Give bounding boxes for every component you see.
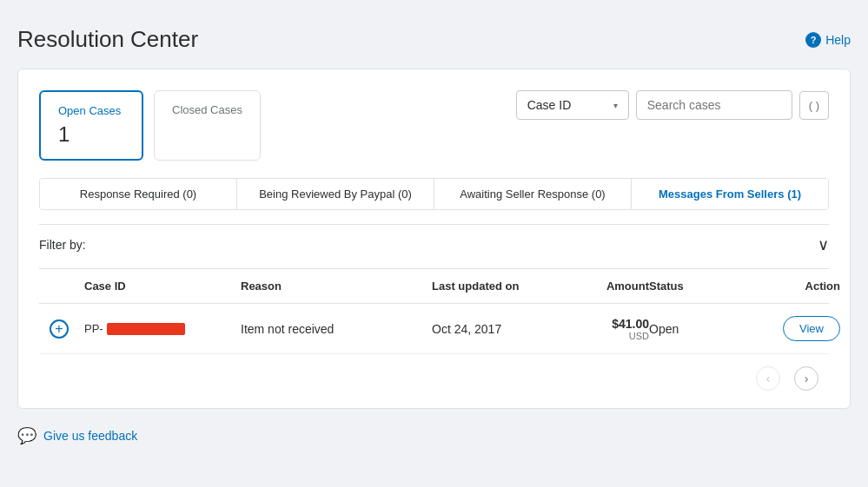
amount-currency: USD (562, 331, 649, 341)
case-tabs: Open Cases 1 Closed Cases (39, 90, 261, 161)
col-case-id-header: Case ID (84, 280, 241, 293)
table-header: Case ID Reason Last updated on Amount St… (39, 269, 829, 304)
feedback-icon: 💬 (17, 426, 36, 445)
action-cell: View (736, 316, 840, 341)
view-button[interactable]: View (783, 316, 840, 341)
search-button[interactable]: ( ) (799, 91, 829, 120)
top-section: Open Cases 1 Closed Cases Case ID ▾ ( ) (39, 90, 829, 161)
tab-being-reviewed[interactable]: Being Reviewed By Paypal (0) (237, 179, 434, 209)
filter-by-label: Filter by: (39, 238, 86, 252)
tab-response-required[interactable]: Response Required (0) (40, 179, 237, 209)
open-cases-label: Open Cases (58, 104, 124, 117)
page-title: Resolution Center (17, 26, 198, 53)
add-circle-icon[interactable]: + (50, 319, 69, 339)
being-reviewed-label: Being Reviewed By Paypal (0) (259, 188, 412, 201)
table-container: Case ID Reason Last updated on Amount St… (39, 268, 829, 354)
col-amount-header: Amount (562, 280, 649, 293)
col-action-header: Action (736, 280, 840, 293)
next-icon: › (805, 372, 809, 385)
case-id-redacted (107, 323, 185, 335)
open-cases-count: 1 (58, 122, 124, 147)
table-row: + PP- Item not received Oct 24, 2017 $41… (39, 304, 829, 354)
expand-icon[interactable]: + (50, 319, 84, 339)
page-container: Resolution Center ? Help Open Cases 1 Cl… (17, 26, 851, 445)
amount-value: $41.00 (612, 317, 649, 331)
response-required-label: Response Required (0) (80, 188, 196, 201)
tab-open-cases[interactable]: Open Cases 1 (39, 90, 143, 161)
prev-page-button[interactable]: ‹ (756, 366, 780, 391)
help-link[interactable]: ? Help (805, 32, 851, 48)
status-cell: Open (649, 322, 736, 336)
awaiting-seller-label: Awaiting Seller Response (0) (460, 188, 605, 201)
feedback-link[interactable]: Give us feedback (43, 429, 137, 443)
help-label: Help (825, 33, 851, 47)
last-updated-cell: Oct 24, 2017 (432, 322, 562, 336)
feedback-section: 💬 Give us feedback (17, 426, 851, 445)
case-id-prefix: PP- (84, 322, 103, 335)
amount-cell: $41.00 USD (562, 317, 649, 341)
col-expand-header (50, 280, 84, 293)
messages-sellers-label: Messages From Sellers (1) (659, 188, 801, 201)
page-header: Resolution Center ? Help (17, 26, 851, 53)
help-icon: ? (805, 32, 821, 48)
next-page-button[interactable]: › (794, 366, 818, 391)
search-dropdown[interactable]: Case ID ▾ (516, 90, 629, 120)
search-section: Case ID ▾ ( ) (516, 90, 829, 120)
dropdown-arrow-icon: ▾ (613, 101, 618, 110)
filter-chevron-icon[interactable]: ∨ (818, 235, 829, 254)
filter-tabs: Response Required (0) Being Reviewed By … (39, 178, 829, 210)
search-input[interactable] (636, 90, 792, 120)
reason-cell: Item not received (241, 322, 432, 336)
prev-icon: ‹ (766, 372, 771, 385)
col-status-header: Status (649, 280, 736, 293)
search-btn-label: ( ) (809, 99, 819, 112)
col-updated-header: Last updated on (432, 280, 562, 293)
main-card: Open Cases 1 Closed Cases Case ID ▾ ( ) (17, 69, 851, 409)
closed-cases-label: Closed Cases (172, 103, 242, 116)
tab-closed-cases[interactable]: Closed Cases (154, 90, 261, 161)
tab-messages-sellers[interactable]: Messages From Sellers (1) (632, 179, 828, 209)
tab-awaiting-seller[interactable]: Awaiting Seller Response (0) (434, 179, 632, 209)
col-reason-header: Reason (241, 280, 432, 293)
case-id-cell: PP- (84, 322, 241, 335)
filter-bar: Filter by: ∨ (39, 224, 829, 265)
search-dropdown-label: Case ID (527, 98, 572, 112)
pagination: ‹ › (39, 354, 829, 391)
